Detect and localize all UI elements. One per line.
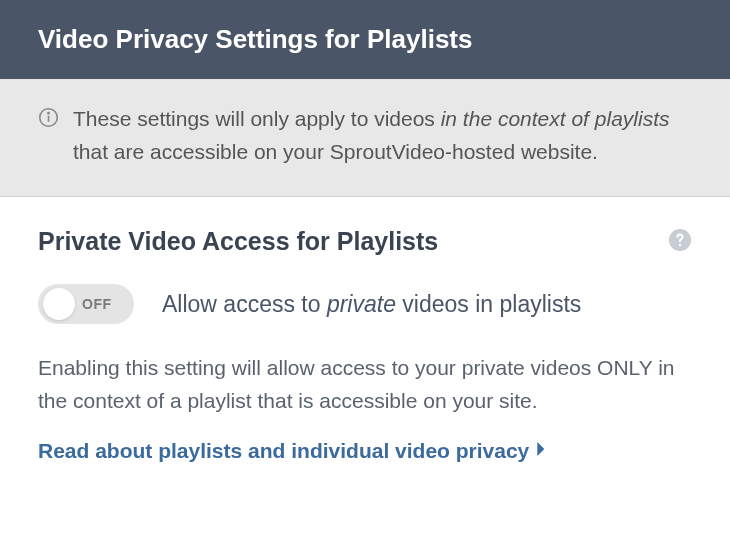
toggle-text-prefix: Allow access to: [162, 291, 327, 317]
info-text-italic: in the context of playlists: [441, 107, 670, 130]
toggle-knob: [43, 288, 75, 320]
toggle-row: OFF Allow access to private videos in pl…: [38, 284, 692, 324]
content-area: Private Video Access for Playlists OFF A…: [0, 197, 730, 503]
page-header: Video Privacy Settings for Playlists: [0, 0, 730, 79]
private-access-toggle[interactable]: OFF: [38, 284, 134, 324]
toggle-text-suffix: videos in playlists: [396, 291, 581, 317]
svg-point-2: [48, 112, 49, 113]
toggle-state-label: OFF: [82, 296, 112, 312]
info-text-suffix: that are accessible on your SproutVideo-…: [73, 140, 598, 163]
info-icon: [38, 107, 59, 132]
link-text: Read about playlists and individual vide…: [38, 439, 529, 463]
page-title: Video Privacy Settings for Playlists: [38, 24, 692, 55]
info-banner-text: These settings will only apply to videos…: [73, 103, 692, 168]
toggle-description: Allow access to private videos in playli…: [162, 291, 581, 318]
info-text-prefix: These settings will only apply to videos: [73, 107, 441, 130]
section-header: Private Video Access for Playlists: [38, 227, 692, 256]
setting-description: Enabling this setting will allow access …: [38, 352, 692, 417]
chevron-right-icon: [537, 442, 547, 460]
info-banner: These settings will only apply to videos…: [0, 79, 730, 197]
toggle-text-italic: private: [327, 291, 396, 317]
svg-point-4: [679, 243, 681, 245]
section-title: Private Video Access for Playlists: [38, 227, 438, 256]
help-icon[interactable]: [668, 228, 692, 256]
learn-more-link[interactable]: Read about playlists and individual vide…: [38, 439, 547, 463]
